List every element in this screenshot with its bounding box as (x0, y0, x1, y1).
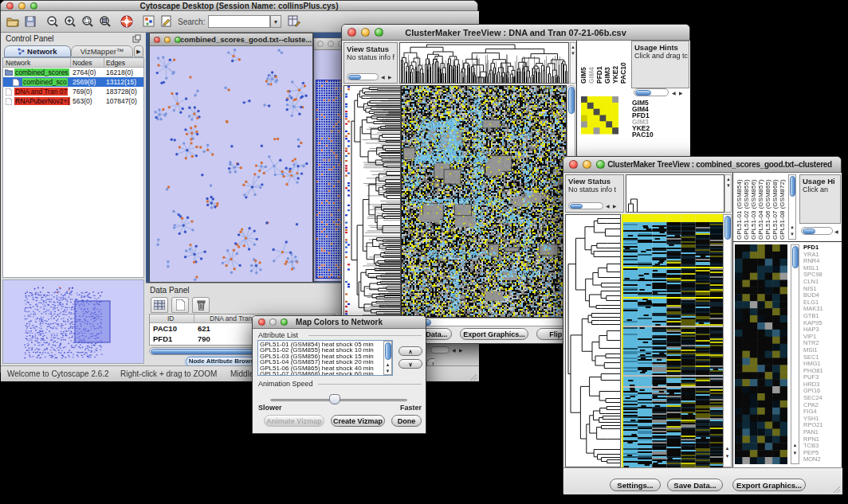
tab-overflow-button[interactable]: ▶ (134, 45, 143, 57)
column-label[interactable]: GPL51-03 (GSM856) (750, 176, 757, 240)
zoom-button[interactable] (281, 318, 288, 326)
scroll-right-arrow[interactable]: ▶ (388, 75, 392, 80)
minimize-button[interactable] (269, 318, 277, 326)
usage-hints-scrollbar[interactable] (634, 88, 669, 96)
network-view-canvas[interactable] (151, 47, 312, 282)
open-folder-icon[interactable] (6, 16, 19, 27)
zoom-out-icon[interactable] (46, 15, 59, 28)
tab-network[interactable]: Network (4, 45, 71, 57)
column-label[interactable]: GPL51-04 (GSM857) (757, 176, 764, 240)
export-graphics-button[interactable]: Export Graphics... (460, 328, 528, 340)
column-label[interactable]: PAC10 (619, 44, 627, 84)
scroll-left-arrow[interactable]: ◀ (452, 348, 456, 353)
tv2-zoom-heatmap[interactable] (735, 244, 787, 464)
new-attribute-button[interactable] (171, 297, 189, 313)
tv1-heatmap[interactable] (401, 85, 567, 318)
zoom-selected-icon[interactable] (81, 15, 94, 28)
column-label[interactable]: GPL51-07 (GSM868) (771, 176, 779, 240)
tv2-column-dendrogram[interactable] (626, 175, 724, 212)
attribute-list-item[interactable]: GPL51-07 (GSM868) heat shock 60 min (260, 371, 392, 376)
tv2-heatmap[interactable] (622, 214, 724, 467)
tv2-column-labels-vscrollbar[interactable]: ▲▼ (788, 174, 796, 240)
tv2-row-dendrogram[interactable] (566, 215, 620, 467)
minimize-button[interactable] (583, 160, 591, 169)
animate-vizmap-button[interactable]: Animate Vizmap (264, 415, 324, 427)
tv1-column-scroll-strip[interactable]: ▲▼ (570, 42, 576, 84)
scroll-left-arrow[interactable]: ◀ (606, 204, 610, 209)
column-label[interactable]: GPL51-01 (GSM854) (736, 176, 743, 240)
close-button[interactable] (6, 2, 14, 10)
dense-cluster-canvas[interactable] (316, 80, 343, 279)
zoom-button[interactable] (375, 28, 383, 37)
save-icon[interactable] (25, 16, 36, 27)
treeview2-titlebar[interactable]: ClusterMaker TreeView : combined_scores_… (563, 157, 841, 173)
vizmap-icon[interactable] (143, 15, 155, 27)
attribute-listbox[interactable]: GPL51-01 (GSM854) heat shock 05 minGPL51… (257, 340, 393, 376)
slider-thumb[interactable] (329, 394, 340, 404)
birdseye-canvas[interactable] (3, 280, 143, 363)
network-row-1[interactable]: combined_scores 2764(0) 16218(0) (3, 68, 143, 77)
help-lifering-icon[interactable] (120, 15, 133, 28)
gene-label[interactable]: PAC10 (632, 131, 654, 138)
close-button[interactable] (258, 318, 265, 326)
col-header-network[interactable]: Network (6, 59, 30, 67)
create-vizmap-button[interactable]: Create Vizmap (331, 415, 385, 427)
column-label[interactable]: GPL51-02 (GSM855) (743, 176, 750, 240)
column-label[interactable]: GIM4 (587, 44, 595, 84)
column-label[interactable]: GPL51-08 (GSM872) (779, 176, 786, 240)
close-button[interactable] (317, 41, 324, 47)
move-down-button[interactable]: ∨ (398, 359, 422, 369)
close-button[interactable] (347, 28, 356, 37)
column-label[interactable]: GIM5 (579, 44, 587, 84)
dialog-titlebar[interactable]: Map Colors to Network (253, 316, 426, 329)
main-titlebar[interactable]: Cytoscape Desktop (Session Name: collins… (1, 1, 477, 11)
id-column-header[interactable]: ID (167, 315, 175, 322)
zoom-button[interactable] (175, 37, 181, 43)
tv1-row-dendrogram[interactable] (344, 86, 400, 315)
close-button[interactable] (569, 160, 578, 169)
table-mode-button[interactable] (151, 297, 168, 313)
view-status-scrollbar[interactable] (568, 202, 603, 209)
move-up-button[interactable]: ∧ (398, 346, 422, 356)
search-dropdown-button[interactable]: ▼ (270, 15, 281, 28)
annotation-icon[interactable] (160, 15, 172, 27)
scroll-left-arrow[interactable]: ◀ (381, 75, 385, 80)
resize-grip[interactable] (469, 373, 477, 381)
scroll-right-arrow[interactable]: ▶ (459, 348, 463, 353)
zoom-button[interactable] (30, 2, 37, 10)
tv2-gene-list[interactable]: PFD1YRA1RNR4MSL1SPC98CLN1NIS1BUD4ELG1MAK… (803, 244, 823, 463)
column-label[interactable]: GPL51-06 (GSM865) (764, 176, 771, 240)
treeview1-titlebar[interactable]: ClusterMaker TreeView : DNA and Tran 07-… (342, 25, 689, 41)
view-status-scrollbar[interactable] (347, 73, 379, 80)
minimize-button[interactable] (328, 41, 334, 47)
attribute-list-vscrollbar[interactable]: ▲▼ (383, 341, 392, 375)
tv2-column-scroll-strip[interactable]: ▲▼ (724, 174, 732, 213)
network-row-2[interactable]: combined_sco 2569(6) 13112(15) (3, 77, 143, 87)
scroll-left-arrow[interactable]: ◀ (834, 229, 838, 234)
tv1-global-heatmap[interactable] (581, 96, 618, 135)
gene-label[interactable]: MON2 (803, 456, 823, 463)
network-row-4[interactable]: RNAPuberNov2+| 563(0) 107847(0) (3, 96, 143, 106)
attribute-panel-hscrollbar[interactable] (430, 346, 450, 354)
tv1-column-dendrogram[interactable] (400, 43, 568, 83)
save-data-button[interactable]: Save Data... (667, 479, 723, 491)
usage-hints-scrollbar[interactable] (801, 227, 833, 235)
zoom-fit-icon[interactable] (99, 15, 112, 28)
attribute-editor-icon[interactable] (288, 15, 300, 27)
scroll-left-arrow[interactable]: ◀ (672, 91, 676, 96)
tv1-column-labels[interactable]: GIM5GIM4PFD1GIM3YKE2PAC10 (579, 42, 630, 84)
tv2-column-labels[interactable]: GPL51-01 (GSM854)GPL51-02 (GSM855)GPL51-… (736, 174, 787, 240)
network-row-3[interactable]: DNA and Tran 07 769(0) 183728(0) (3, 87, 143, 96)
scroll-right-arrow[interactable]: ▶ (679, 91, 683, 96)
float-panel-icon[interactable] (132, 34, 141, 43)
zoom-in-icon[interactable] (64, 15, 77, 28)
minimize-button[interactable] (361, 28, 370, 37)
tv2-heatmap-vscrollbar[interactable]: ▲▼ (723, 214, 732, 467)
col-header-edges[interactable]: Edges (106, 59, 125, 67)
settings-button[interactable]: Settings... (610, 479, 661, 491)
scroll-right-arrow[interactable]: ▶ (613, 204, 617, 209)
birdseye-view[interactable] (2, 279, 144, 364)
search-input[interactable] (208, 15, 270, 28)
minimize-button[interactable] (164, 37, 171, 43)
resize-grip[interactable] (833, 486, 841, 494)
